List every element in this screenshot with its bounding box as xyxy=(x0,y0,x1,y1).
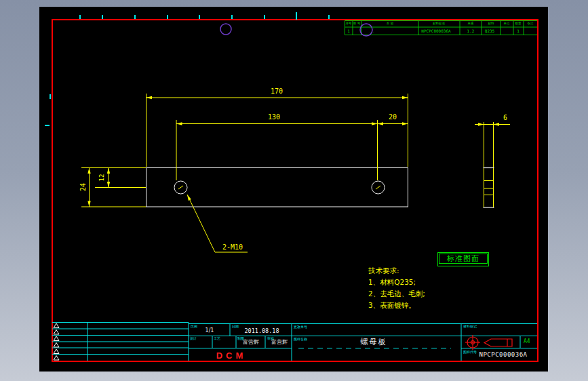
bom-header-no: 序号 xyxy=(346,22,352,26)
bom-header-code: 图 号 xyxy=(353,22,360,26)
material-mark-label: 材料标记 xyxy=(463,325,477,328)
cad-viewer-window: 序号 图 号 名 称 材料标准 单重 材料 单位 数量 备注 1 ··· ···… xyxy=(0,0,588,381)
drawing-code: NPCPC000036A xyxy=(479,352,527,358)
design-label: 设计 xyxy=(190,337,197,340)
dim-6: 6 xyxy=(503,115,507,121)
fold-tick-marks xyxy=(45,12,330,126)
dim-12: 12 xyxy=(99,174,105,182)
date-label: 日期 xyxy=(232,325,239,328)
drawing-code-label: 图样代号 xyxy=(463,350,477,354)
tech-req-2: 2、去毛边、毛刺; xyxy=(368,288,425,300)
plate-outline xyxy=(146,168,408,207)
company-logo xyxy=(465,335,512,350)
bom-cell-material: Q235 xyxy=(485,29,494,33)
part-side-view xyxy=(484,122,494,208)
bom-cell-no: 1 xyxy=(347,29,350,33)
revision-circle-1 xyxy=(220,24,231,35)
part-front-view xyxy=(146,168,408,207)
logo-pennant-icon xyxy=(484,339,512,346)
bom-cell-note2: ··· xyxy=(369,31,374,34)
bom-header-remark: 备注 xyxy=(528,22,534,26)
part-name-label: 图样名称 xyxy=(294,338,307,341)
bom-cell-qty: 1 xyxy=(517,29,520,33)
checker-name: 富营辉 xyxy=(271,340,288,345)
bom-header-name: 名 称 xyxy=(387,22,393,26)
scale-value: 1/1 xyxy=(205,328,214,334)
bom-header-unit: 单位 xyxy=(504,22,510,26)
bom-header-std: 材料标准 xyxy=(433,22,445,26)
tech-req-3: 3、表面镀锌。 xyxy=(368,300,425,311)
change-order-label: 更改单号 xyxy=(294,325,307,329)
tech-req-title: 技术要求: xyxy=(368,265,425,277)
sheet-size: A4 xyxy=(524,339,530,344)
part-side-view-edges xyxy=(484,168,494,208)
bom-cell-name: NPCPC000036A xyxy=(421,29,450,33)
dim-170: 170 xyxy=(271,88,283,95)
dim-20: 20 xyxy=(389,114,397,121)
bom-header-qty: 数量 xyxy=(515,22,522,26)
sheet-frame xyxy=(52,20,538,361)
dimension-arrowheads xyxy=(87,96,499,207)
scale-label: 比例 xyxy=(191,325,197,328)
company-name: DCM xyxy=(216,351,247,360)
bom-cell-note1: ··· xyxy=(369,27,374,30)
bom-cell-weight: 1.2 xyxy=(467,29,475,33)
dim-130: 130 xyxy=(268,114,280,121)
dimension-lines xyxy=(81,94,510,252)
standard-stamp-box: 标准图面 xyxy=(437,252,489,266)
craft-label: 工艺 xyxy=(214,337,220,340)
drawing-geometry xyxy=(0,0,588,381)
bom-header-material: 材料 xyxy=(488,22,494,26)
revision-table-grid xyxy=(52,323,189,361)
technical-requirements: 技术要求: 1、材料Q235; 2、去毛边、毛刺; 3、表面镀锌。 xyxy=(368,265,425,311)
tech-req-1: 1、材料Q235; xyxy=(368,277,425,288)
part-name: 螺母板 xyxy=(361,338,387,345)
hole-callout-2-M10: 2-M10 xyxy=(222,244,243,251)
date-value: 2011.08.18 xyxy=(244,327,279,334)
standard-stamp-label: 标准图面 xyxy=(439,254,488,264)
drafter-name: 富营辉 xyxy=(243,340,259,345)
dim-24: 24 xyxy=(80,183,87,191)
bom-header-weight: 单重 xyxy=(468,22,474,26)
